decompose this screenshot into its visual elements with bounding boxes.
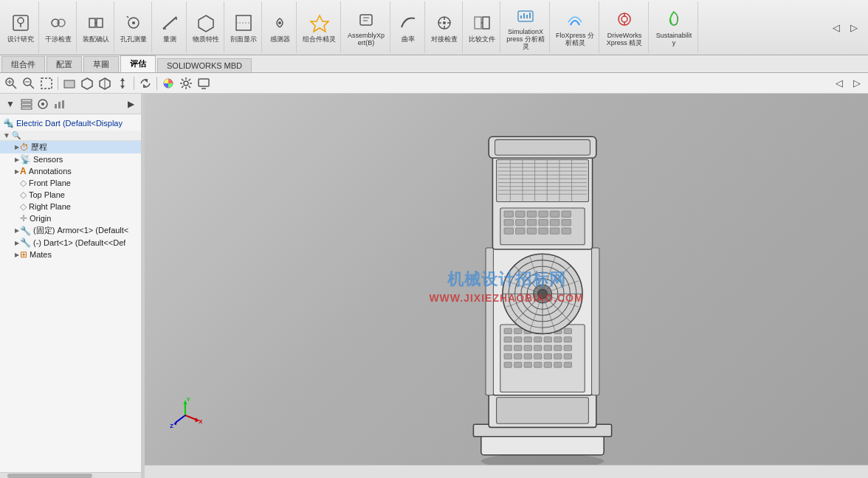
- svg-rect-103: [564, 353, 571, 358]
- display-mode-icon[interactable]: [79, 75, 95, 91]
- zoom-select-icon[interactable]: [38, 75, 55, 91]
- tree-item-history[interactable]: ▶ ⏱ 歷程: [0, 141, 141, 153]
- display-settings-icon[interactable]: [196, 75, 212, 91]
- panel-left-icon[interactable]: ◁: [831, 75, 847, 91]
- sidebar: ▼ ▶ 🔩 Electric Dart (Default<Display ▼: [0, 94, 142, 478]
- tree-item-sensors[interactable]: ▶ 📡 Sensors: [0, 153, 141, 165]
- sidebar-view-icon[interactable]: [35, 97, 50, 111]
- toolbar-compare[interactable]: 比较文件: [464, 1, 500, 53]
- toolbar-collapse-right[interactable]: ▷: [846, 19, 862, 35]
- assembly-xpert1-icon[interactable]: [308, 11, 331, 35]
- rotate-icon[interactable]: [137, 75, 154, 91]
- svg-rect-28: [475, 17, 481, 29]
- material-icon[interactable]: [194, 11, 218, 35]
- design-research-icon[interactable]: [9, 11, 32, 35]
- toolbar-driveworks[interactable]: DriveWorksXpress 精灵: [601, 1, 649, 53]
- toolbar-collapse-left[interactable]: ◁: [828, 19, 844, 35]
- tab-evaluate[interactable]: 评估: [120, 55, 156, 72]
- tree-item-right-plane[interactable]: ▶ ◇ Right Plane: [0, 201, 141, 212]
- toolbar-dry-check[interactable]: 干涉检查: [41, 1, 77, 53]
- measure-icon[interactable]: [158, 11, 182, 35]
- toolbar-face-view[interactable]: 剖面显示: [226, 1, 262, 53]
- floxpress-icon[interactable]: [563, 7, 587, 31]
- right-plane-label: Right Plane: [29, 202, 71, 211]
- svg-rect-153: [539, 219, 548, 225]
- svg-rect-107: [534, 361, 542, 367]
- color-scheme-icon[interactable]: [160, 75, 176, 91]
- tree-item-origin[interactable]: ▶ ✛ Origin: [0, 212, 141, 224]
- viewport[interactable]: 机械设计招标网 WWW.JIXIEZHAOBIAO.COM Y X Z: [145, 94, 868, 478]
- mates-label: Mates: [30, 250, 52, 259]
- toolbar-assembly-xpert1[interactable]: 组合件精灵: [298, 1, 341, 53]
- tree-item-armor[interactable]: ▶ 🔧 (固定) Armor<1> (Default<: [0, 224, 141, 237]
- tab-solidworks-mbd[interactable]: SOLIDWORKS MBD: [157, 58, 252, 72]
- toolbar-sensor[interactable]: 感测器: [264, 1, 297, 53]
- annotations-label: Annotations: [29, 167, 72, 176]
- tree-item-top-plane[interactable]: ▶ ◇ Top Plane: [0, 189, 141, 201]
- hole-measure-label: 孔孔测量: [120, 36, 147, 44]
- toolbar-material[interactable]: 物质特性: [188, 1, 224, 53]
- svg-rect-156: [504, 227, 513, 233]
- svg-rect-99: [524, 353, 531, 358]
- toolbar-sustainability[interactable]: Sustainability: [650, 1, 698, 53]
- panel-right-icon[interactable]: ▷: [849, 75, 865, 91]
- svg-rect-94: [544, 345, 551, 350]
- driveworks-icon[interactable]: [613, 7, 636, 31]
- sensor-icon[interactable]: [268, 11, 292, 35]
- settings-icon[interactable]: [178, 75, 194, 91]
- svg-rect-102: [554, 353, 562, 358]
- svg-rect-164: [486, 248, 493, 395]
- svg-rect-47: [41, 78, 52, 89]
- sidebar-expand-icon[interactable]: ▶: [123, 97, 138, 111]
- assembly-xpert2-icon[interactable]: [354, 7, 378, 31]
- sensor-label: 感测器: [270, 36, 290, 44]
- compare-icon[interactable]: [470, 11, 494, 35]
- assembly-confirm-icon[interactable]: [84, 11, 108, 35]
- svg-rect-5: [89, 18, 95, 27]
- simulation-xpress-icon[interactable]: [514, 4, 537, 27]
- toolbar-design-research[interactable]: 设计研究: [3, 1, 39, 53]
- section-view-icon[interactable]: [97, 75, 113, 91]
- svg-marker-54: [120, 86, 125, 89]
- toolbar-hole-measure[interactable]: 孔孔测量: [116, 1, 152, 53]
- svg-line-10: [127, 16, 128, 18]
- tree-item-annotations[interactable]: ▶ A Annotations: [0, 165, 141, 177]
- dart-icon: 🔧: [20, 238, 31, 248]
- toolbar-simulation-xpress[interactable]: SimulationXpress 分析精灵: [502, 1, 550, 53]
- face-view-icon[interactable]: [232, 11, 255, 35]
- svg-rect-67: [58, 102, 61, 108]
- view-mode-icon[interactable]: [61, 75, 78, 91]
- svg-rect-97: [504, 353, 512, 358]
- svg-marker-49: [82, 78, 92, 89]
- curvature-icon[interactable]: [396, 11, 420, 35]
- arrows-icon[interactable]: [114, 75, 131, 91]
- dry-check-icon[interactable]: [46, 11, 70, 35]
- alignment-icon[interactable]: [433, 11, 456, 35]
- toolbar-assembly-confirm[interactable]: 装配确认: [78, 1, 114, 53]
- sidebar-filter-icon[interactable]: ▼: [3, 97, 18, 111]
- hole-measure-icon[interactable]: [122, 11, 145, 35]
- svg-point-37: [621, 16, 627, 22]
- secondary-toolbar: ◁ ▷: [0, 73, 868, 94]
- toolbar-curvature[interactable]: 曲率: [392, 1, 425, 53]
- sidebar-tree-icon[interactable]: [19, 97, 34, 111]
- toolbar-assembly-xpert2[interactable]: AssemblyXpert(B): [342, 1, 390, 53]
- zoom-out-icon[interactable]: [21, 75, 37, 91]
- toolbar-measure[interactable]: 量测: [154, 1, 187, 53]
- sidebar-chart-icon[interactable]: [52, 97, 66, 111]
- toolbar-floxpress[interactable]: FloXpress 分析精灵: [551, 1, 599, 53]
- svg-line-45: [30, 85, 34, 89]
- sustainability-label: Sustainability: [655, 32, 693, 47]
- svg-rect-104: [504, 361, 512, 367]
- sustainability-icon[interactable]: [662, 7, 686, 31]
- svg-rect-144: [504, 211, 513, 217]
- tab-assembly[interactable]: 组合件: [1, 56, 45, 72]
- tab-drawing[interactable]: 草圖: [83, 56, 119, 72]
- tree-item-mates[interactable]: ▶ ⊞ Mates: [0, 249, 141, 260]
- toolbar-alignment[interactable]: 对接检查: [427, 1, 463, 53]
- svg-rect-83: [504, 336, 512, 342]
- zoom-fit-icon[interactable]: [3, 75, 19, 91]
- tree-item-dart[interactable]: ▶ 🔧 (-) Dart<1> (Default<<Def: [0, 237, 141, 249]
- tab-config[interactable]: 配置: [46, 56, 82, 72]
- tree-item-front-plane[interactable]: ▶ ◇ Front Plane: [0, 177, 141, 189]
